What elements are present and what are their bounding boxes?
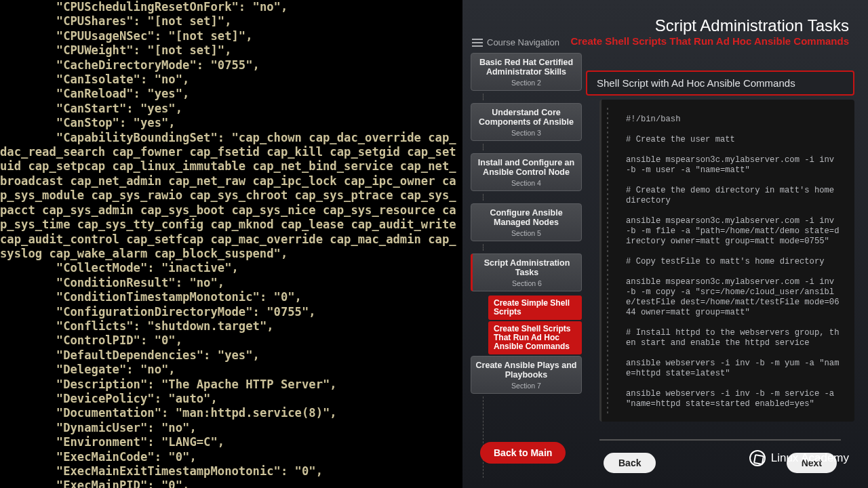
course-navigation: Course Navigation Basic Red Hat Certifie… [471, 37, 582, 481]
section-title: Configure Ansible Managed Nodes [490, 208, 562, 227]
section-num: Section 6 [477, 279, 577, 288]
lesson-item-create-simple[interactable]: Create Simple Shell Scripts [488, 296, 582, 320]
lesson-title-box: Shell Script with Ad Hoc Ansible Command… [586, 70, 854, 96]
section-num: Section 7 [475, 381, 577, 390]
section-title: Understand Core Components of Ansible [479, 108, 574, 127]
section-item-7[interactable]: Create Ansible Plays and Playbooks Secti… [471, 356, 582, 394]
divider [599, 439, 841, 441]
list-icon [472, 39, 483, 47]
nav-connector [483, 244, 582, 251]
back-button[interactable]: Back [604, 453, 656, 473]
lesson-item-create-adhoc[interactable]: Create Shell Scripts That Run Ad Hoc Ans… [488, 321, 582, 354]
section-item-6[interactable]: Script Administration Tasks Section 6 [471, 253, 582, 291]
nav-connector [483, 194, 582, 201]
nav-heading: Course Navigation [471, 37, 582, 47]
back-to-main-button[interactable]: Back to Main [480, 442, 566, 464]
section-title: Install and Configure an Ansible Control… [478, 158, 574, 177]
terminal-output[interactable]: "CPUSchedulingResetOnFork": "no", "CPUSh… [0, 0, 462, 488]
brand-name: Linux Academy [771, 451, 849, 465]
nav-connector [483, 396, 582, 478]
nav-connector [483, 144, 582, 150]
course-panel: Script Administration Tasks Create Shell… [462, 0, 868, 488]
nav-connector [483, 94, 582, 100]
section-item-2[interactable]: Basic Red Hat Certified Administrator Sk… [471, 53, 582, 91]
section-title: Script Administration Tasks [484, 258, 570, 277]
brand-logo-icon [749, 450, 766, 466]
section-num: Section 3 [475, 128, 577, 138]
code-example[interactable]: #!/bin/bash # Create the user matt ansib… [599, 100, 854, 422]
section-num: Section 2 [475, 78, 577, 87]
brand: Linux Academy [749, 450, 849, 466]
section-title: Basic Red Hat Certified Administrator Sk… [479, 58, 573, 77]
section-item-5[interactable]: Configure Ansible Managed Nodes Section … [471, 203, 582, 241]
section-num: Section 4 [475, 178, 577, 188]
section-item-4[interactable]: Install and Configure an Ansible Control… [471, 153, 582, 191]
nav-label: Course Navigation [487, 37, 559, 47]
section-item-3[interactable]: Understand Core Components of Ansible Se… [471, 103, 582, 141]
section-num: Section 5 [475, 228, 577, 238]
page-title: Script Administration Tasks [462, 16, 849, 35]
section-title: Create Ansible Plays and Playbooks [476, 361, 577, 380]
lesson-content: Shell Script with Ad Hoc Ansible Command… [586, 70, 854, 473]
